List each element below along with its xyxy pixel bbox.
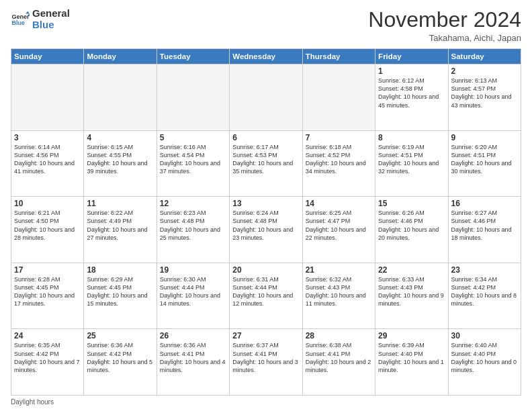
calendar-cell <box>11 64 84 131</box>
day-info: Sunrise: 6:38 AM Sunset: 4:41 PM Dayligh… <box>306 341 372 374</box>
day-info: Sunrise: 6:36 AM Sunset: 4:42 PM Dayligh… <box>87 341 153 374</box>
day-info: Sunrise: 6:31 AM Sunset: 4:44 PM Dayligh… <box>232 275 299 308</box>
day-number: 23 <box>451 265 518 275</box>
day-info: Sunrise: 6:32 AM Sunset: 4:43 PM Dayligh… <box>306 275 372 308</box>
day-number: 16 <box>451 199 518 208</box>
day-info: Sunrise: 6:33 AM Sunset: 4:43 PM Dayligh… <box>378 275 445 308</box>
day-number: 8 <box>378 133 445 142</box>
day-number: 15 <box>378 199 445 208</box>
day-number: 27 <box>232 331 299 340</box>
calendar-cell <box>302 64 375 131</box>
calendar-cell: 24Sunrise: 6:35 AM Sunset: 4:42 PM Dayli… <box>11 329 84 396</box>
footer-note: Daylight hours <box>11 398 521 406</box>
calendar-cell: 25Sunrise: 6:36 AM Sunset: 4:42 PM Dayli… <box>84 329 157 396</box>
calendar-cell: 16Sunrise: 6:27 AM Sunset: 4:46 PM Dayli… <box>448 197 521 263</box>
day-info: Sunrise: 6:20 AM Sunset: 4:51 PM Dayligh… <box>451 143 518 176</box>
calendar-cell: 21Sunrise: 6:32 AM Sunset: 4:43 PM Dayli… <box>302 263 375 329</box>
calendar-header-row: SundayMondayTuesdayWednesdayThursdayFrid… <box>11 49 521 64</box>
day-info: Sunrise: 6:39 AM Sunset: 4:40 PM Dayligh… <box>378 341 445 374</box>
title-block: November 2024 Takahama, Aichi, Japan <box>368 8 521 43</box>
day-info: Sunrise: 6:12 AM Sunset: 4:58 PM Dayligh… <box>378 77 445 109</box>
calendar-cell: 8Sunrise: 6:19 AM Sunset: 4:51 PM Daylig… <box>375 130 448 197</box>
col-header-monday: Monday <box>84 49 157 64</box>
calendar-cell: 20Sunrise: 6:31 AM Sunset: 4:44 PM Dayli… <box>230 263 302 329</box>
day-info: Sunrise: 6:19 AM Sunset: 4:51 PM Dayligh… <box>378 143 445 176</box>
calendar-week-3: 17Sunrise: 6:28 AM Sunset: 4:45 PM Dayli… <box>11 263 521 329</box>
calendar-cell <box>157 64 229 131</box>
day-info: Sunrise: 6:23 AM Sunset: 4:48 PM Dayligh… <box>160 209 226 242</box>
day-info: Sunrise: 6:21 AM Sunset: 4:50 PM Dayligh… <box>14 209 81 242</box>
day-info: Sunrise: 6:16 AM Sunset: 4:54 PM Dayligh… <box>160 143 226 176</box>
day-number: 12 <box>160 199 226 208</box>
calendar-cell: 28Sunrise: 6:38 AM Sunset: 4:41 PM Dayli… <box>302 329 375 396</box>
day-info: Sunrise: 6:25 AM Sunset: 4:47 PM Dayligh… <box>306 209 372 242</box>
calendar-week-2: 10Sunrise: 6:21 AM Sunset: 4:50 PM Dayli… <box>11 197 521 263</box>
day-number: 11 <box>87 199 153 208</box>
calendar-cell: 7Sunrise: 6:18 AM Sunset: 4:52 PM Daylig… <box>302 130 375 197</box>
day-number: 1 <box>378 66 445 76</box>
day-number: 13 <box>232 199 299 208</box>
calendar-cell: 27Sunrise: 6:37 AM Sunset: 4:41 PM Dayli… <box>230 329 302 396</box>
day-number: 25 <box>87 331 153 340</box>
col-header-tuesday: Tuesday <box>157 49 229 64</box>
calendar-cell: 14Sunrise: 6:25 AM Sunset: 4:47 PM Dayli… <box>302 197 375 263</box>
day-info: Sunrise: 6:40 AM Sunset: 4:40 PM Dayligh… <box>451 341 518 374</box>
day-number: 24 <box>14 331 81 340</box>
col-header-wednesday: Wednesday <box>230 49 302 64</box>
day-info: Sunrise: 6:36 AM Sunset: 4:41 PM Dayligh… <box>160 341 226 374</box>
day-number: 22 <box>378 265 445 275</box>
day-info: Sunrise: 6:34 AM Sunset: 4:42 PM Dayligh… <box>451 275 518 308</box>
svg-marker-2 <box>26 11 30 13</box>
day-number: 30 <box>451 331 518 340</box>
col-header-thursday: Thursday <box>302 49 375 64</box>
col-header-friday: Friday <box>375 49 448 64</box>
day-number: 10 <box>14 199 81 208</box>
header: General Blue General Blue November 2024 … <box>11 8 521 43</box>
day-number: 3 <box>14 133 81 142</box>
day-number: 19 <box>160 265 226 275</box>
calendar-cell: 18Sunrise: 6:29 AM Sunset: 4:45 PM Dayli… <box>84 263 157 329</box>
page: General Blue General Blue November 2024 … <box>0 0 532 411</box>
day-number: 9 <box>451 133 518 142</box>
calendar-week-1: 3Sunrise: 6:14 AM Sunset: 4:56 PM Daylig… <box>11 130 521 197</box>
day-number: 26 <box>160 331 226 340</box>
daylight-label: Daylight hours <box>11 398 54 406</box>
day-info: Sunrise: 6:17 AM Sunset: 4:53 PM Dayligh… <box>232 143 299 176</box>
logo-icon: General Blue <box>11 10 30 29</box>
calendar-cell: 1Sunrise: 6:12 AM Sunset: 4:58 PM Daylig… <box>375 64 448 131</box>
day-info: Sunrise: 6:27 AM Sunset: 4:46 PM Dayligh… <box>451 209 518 242</box>
calendar-cell: 5Sunrise: 6:16 AM Sunset: 4:54 PM Daylig… <box>157 130 229 197</box>
calendar-cell: 23Sunrise: 6:34 AM Sunset: 4:42 PM Dayli… <box>448 263 521 329</box>
month-title: November 2024 <box>368 8 521 32</box>
calendar-week-4: 24Sunrise: 6:35 AM Sunset: 4:42 PM Dayli… <box>11 329 521 396</box>
col-header-saturday: Saturday <box>448 49 521 64</box>
day-number: 6 <box>232 133 299 142</box>
day-number: 14 <box>306 199 372 208</box>
calendar-cell: 12Sunrise: 6:23 AM Sunset: 4:48 PM Dayli… <box>157 197 229 263</box>
logo-line2: Blue <box>32 19 70 31</box>
day-number: 2 <box>451 66 518 76</box>
day-info: Sunrise: 6:15 AM Sunset: 4:55 PM Dayligh… <box>87 143 153 176</box>
calendar-week-0: 1Sunrise: 6:12 AM Sunset: 4:58 PM Daylig… <box>11 64 521 131</box>
day-info: Sunrise: 6:28 AM Sunset: 4:45 PM Dayligh… <box>14 275 81 308</box>
calendar-cell: 19Sunrise: 6:30 AM Sunset: 4:44 PM Dayli… <box>157 263 229 329</box>
day-number: 17 <box>14 265 81 275</box>
location: Takahama, Aichi, Japan <box>368 33 521 43</box>
day-number: 7 <box>306 133 372 142</box>
logo-line1: General <box>32 8 70 19</box>
day-info: Sunrise: 6:24 AM Sunset: 4:48 PM Dayligh… <box>232 209 299 242</box>
calendar-cell: 22Sunrise: 6:33 AM Sunset: 4:43 PM Dayli… <box>375 263 448 329</box>
day-number: 4 <box>87 133 153 142</box>
calendar-cell: 4Sunrise: 6:15 AM Sunset: 4:55 PM Daylig… <box>84 130 157 197</box>
calendar-cell <box>84 64 157 131</box>
day-info: Sunrise: 6:35 AM Sunset: 4:42 PM Dayligh… <box>14 341 81 374</box>
svg-text:General: General <box>11 13 30 19</box>
calendar-cell: 30Sunrise: 6:40 AM Sunset: 4:40 PM Dayli… <box>448 329 521 396</box>
day-info: Sunrise: 6:30 AM Sunset: 4:44 PM Dayligh… <box>160 275 226 308</box>
calendar-cell: 3Sunrise: 6:14 AM Sunset: 4:56 PM Daylig… <box>11 130 84 197</box>
calendar-cell: 13Sunrise: 6:24 AM Sunset: 4:48 PM Dayli… <box>230 197 302 263</box>
calendar-cell: 29Sunrise: 6:39 AM Sunset: 4:40 PM Dayli… <box>375 329 448 396</box>
logo: General Blue General Blue <box>11 8 70 30</box>
calendar-cell: 15Sunrise: 6:26 AM Sunset: 4:46 PM Dayli… <box>375 197 448 263</box>
day-info: Sunrise: 6:13 AM Sunset: 4:57 PM Dayligh… <box>451 77 518 109</box>
